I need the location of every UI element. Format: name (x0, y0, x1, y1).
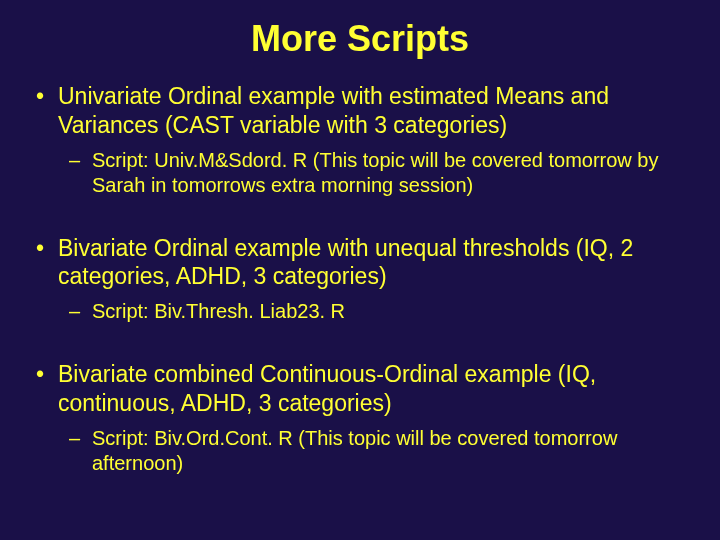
bullet-list: Univariate Ordinal example with estimate… (30, 82, 690, 476)
bullet-sub: Script: Univ.M&Sdord. R (This topic will… (30, 148, 690, 198)
bullet-sub: Script: Biv.Thresh. Liab23. R (30, 299, 690, 324)
slide: More Scripts Univariate Ordinal example … (0, 0, 720, 540)
slide-title: More Scripts (30, 18, 690, 60)
bullet-main: Univariate Ordinal example with estimate… (30, 82, 690, 140)
bullet-main: Bivariate Ordinal example with unequal t… (30, 234, 690, 292)
bullet-main: Bivariate combined Continuous-Ordinal ex… (30, 360, 690, 418)
bullet-sub: Script: Biv.Ord.Cont. R (This topic will… (30, 426, 690, 476)
